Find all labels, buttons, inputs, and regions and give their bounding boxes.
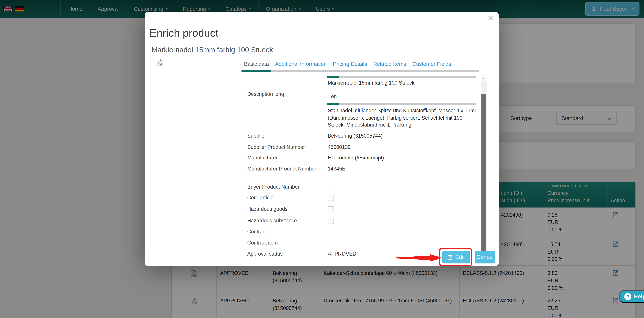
field-label-description-long: Description long [247, 91, 322, 98]
fill-bar-progress [327, 103, 339, 105]
field-label-core-article: Core article [247, 194, 322, 201]
broken-image-icon [156, 59, 163, 66]
pencil-square-icon [448, 254, 453, 260]
field-label-hazardous-substance: Hazardous substance [247, 217, 322, 224]
field-value-manufacturer-product-number: 14345E [328, 166, 476, 173]
field-label-contract-item: Contract item [247, 240, 322, 247]
tab-additional-information[interactable]: Additional Information [275, 61, 327, 67]
help-label: Help [634, 293, 644, 300]
field-label-buyer-product-number: Buyer Product Number [247, 184, 322, 191]
cancel-button-label: Cancel [476, 254, 494, 260]
tab-basic-data[interactable]: Basic data [244, 61, 269, 67]
field-label-approval-status: Approval status [247, 251, 322, 258]
modal-tabs: Basic dataAdditional InformationPricing … [244, 61, 451, 67]
scrollbar[interactable]: ▲ ▼ [481, 75, 487, 259]
checkbox-hazardous-substance[interactable] [328, 218, 334, 224]
field-label-contract: Contract [247, 229, 322, 236]
field-value-supplier-product-number: 45000139 [328, 144, 476, 151]
question-icon: ? [624, 293, 631, 300]
help-button[interactable]: ? Help [619, 290, 644, 303]
field-value-description-long: Stahlnadel mit langer Spitze und Kunstst… [328, 107, 476, 129]
screen: HomeApprovalCustomizing▾Reporting▾Catalo… [0, 0, 644, 318]
tab-related-items[interactable]: Related Items [373, 61, 406, 67]
field-label-supplier-product-number: Supplier Product Number [247, 144, 322, 151]
field-value-supplier: BeNeering (315005744) [328, 133, 476, 140]
field-value-contract-item: - [328, 240, 476, 247]
field-label-hazardous-goods: Hazardous goods [247, 206, 322, 213]
field-value-manufacturer: Exacompta (#Exacompt) [328, 155, 476, 162]
tab-customer-fields[interactable]: Customer Fields [412, 61, 451, 67]
basic-data-form: Markiernadel 15mm farbig 100 StueckDescr… [242, 75, 476, 259]
edit-button[interactable]: Edit [442, 251, 470, 263]
field-label-supplier: Supplier [247, 133, 322, 140]
field-value-buyer-product-number: - [328, 184, 476, 191]
field-value-description: Markiernadel 15mm farbig 100 Stueck [328, 80, 476, 87]
field-value-contract: - [328, 229, 476, 236]
enrich-product-modal: ✕ Enrich product Markiernadel 15mm farbi… [145, 12, 498, 266]
checkbox-hazardous-goods[interactable] [328, 206, 334, 212]
scroll-up-button[interactable]: ▲ [481, 75, 487, 81]
tab-pricing-details[interactable]: Pricing Details [333, 61, 367, 67]
cancel-button[interactable]: Cancel [475, 251, 495, 263]
edit-button-label: Edit [455, 254, 465, 260]
field-label-manufacturer: Manufacturer [247, 155, 322, 162]
tab-indicator-active [242, 70, 271, 72]
checkbox-core-article[interactable] [328, 195, 334, 201]
close-icon[interactable]: ✕ [488, 15, 493, 22]
fill-bar [327, 103, 476, 105]
field-label-manufacturer-product-number: Manufacturer Product Number [247, 166, 322, 173]
fill-bar [327, 76, 476, 78]
language-tag: en [331, 94, 337, 99]
scrollbar-thumb[interactable] [481, 94, 486, 253]
product-name: Markiernadel 15mm farbig 100 Stueck [152, 45, 273, 54]
tab-indicator [242, 70, 479, 72]
fill-bar-progress [327, 76, 339, 78]
modal-title: Enrich product [150, 27, 218, 39]
